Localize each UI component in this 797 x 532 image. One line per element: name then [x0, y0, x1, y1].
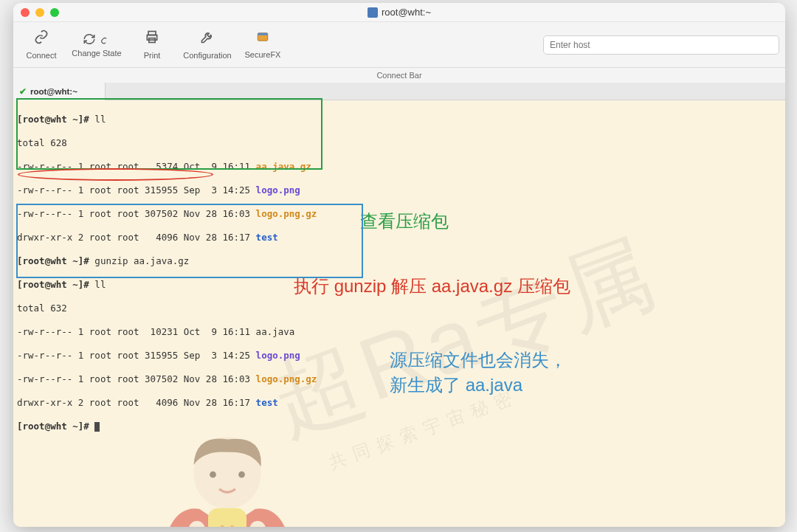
file-logo-png-gz: logo.png.gz	[256, 208, 317, 219]
securefx-label: SecureFX	[245, 50, 281, 59]
file-aa-java-gz: aa.java.gz	[256, 161, 311, 172]
maximize-window-button[interactable]	[50, 8, 59, 17]
print-label: Print	[144, 51, 161, 60]
app-window: root@wht:~ Connect Change State Print	[13, 3, 785, 527]
titlebar: root@wht:~	[13, 3, 785, 22]
file-listing: -rw-r--r-- 1 root root 10231 Oct 9 16:11	[17, 326, 256, 337]
svg-point-6	[210, 471, 216, 478]
securefx-button[interactable]: SecureFX	[241, 22, 285, 67]
command-gunzip: gunzip aa.java.gz	[94, 255, 189, 266]
terminal-area[interactable]: 超Ra专属 共同探索宇宙秘密 H [root@wht ~]# ll total …	[13, 100, 785, 527]
svg-point-7	[238, 471, 245, 478]
minimize-window-button[interactable]	[35, 8, 44, 17]
svg-text:H: H	[219, 520, 235, 527]
file-logo-png: logo.png	[256, 184, 300, 196]
prompt: [root@wht ~]#	[17, 114, 94, 125]
securefx-icon	[256, 30, 269, 47]
configuration-label: Configuration	[183, 51, 231, 60]
svg-rect-4	[258, 33, 268, 35]
svg-point-15	[249, 521, 266, 527]
window-title: root@wht:~	[13, 7, 785, 18]
prompt: [root@wht ~]#	[17, 421, 94, 432]
link-icon	[34, 30, 49, 48]
file-listing: drwxr-xr-x 2 root root 4096 Nov 28 16:17	[17, 397, 256, 408]
tab-label: root@wht:~	[30, 87, 77, 96]
host-input[interactable]	[543, 35, 779, 55]
session-tab[interactable]: ✔ root@wht:~	[13, 83, 106, 100]
check-icon: ✔	[19, 86, 27, 97]
file-listing: drwxr-xr-x 2 root root 4096 Nov 28 16:17	[17, 232, 256, 243]
change-state-button[interactable]: Change State	[63, 22, 130, 67]
prompt: [root@wht ~]#	[17, 255, 94, 266]
print-button[interactable]: Print	[130, 22, 174, 67]
app-icon	[368, 7, 378, 18]
command: ll	[94, 114, 106, 125]
connect-button[interactable]: Connect	[19, 22, 63, 67]
dir-test: test	[256, 397, 278, 408]
printer-icon	[145, 30, 159, 48]
file-logo-png: logo.png	[256, 350, 300, 361]
tools-icon	[200, 30, 215, 48]
connect-bar-label: Connect Bar	[13, 68, 785, 83]
toolbar: Connect Change State Print Configuration	[13, 22, 785, 68]
change-state-label: Change State	[72, 49, 121, 58]
file-logo-png-gz: logo.png.gz	[256, 373, 317, 384]
close-window-button[interactable]	[21, 8, 30, 17]
window-controls	[21, 8, 59, 17]
cursor-icon	[94, 422, 100, 432]
window-title-text: root@wht:~	[382, 7, 431, 18]
scrollbar[interactable]	[774, 198, 785, 527]
file-listing: -rw-r--r-- 1 root root 315955 Sep 3 14:2…	[17, 350, 256, 361]
tab-bar: ✔ root@wht:~	[13, 83, 785, 100]
svg-point-14	[189, 521, 205, 527]
configuration-button[interactable]: Configuration	[174, 22, 241, 67]
file-listing: -rw-r--r-- 1 root root 307502 Nov 28 16:…	[17, 208, 256, 219]
command: ll	[94, 279, 106, 290]
file-listing: -rw-r--r-- 1 root root 307502 Nov 28 16:…	[17, 373, 256, 384]
prompt: [root@wht ~]#	[17, 279, 94, 290]
output-line: total 628	[17, 137, 386, 149]
output-line: total 632	[17, 303, 386, 314]
file-listing: -rw-r--r-- 1 root root 315955 Sep 3 14:2…	[17, 184, 256, 196]
terminal-output: [root@wht ~]# ll total 628 -rw-r--r-- 1 …	[17, 102, 386, 456]
dir-test: test	[256, 232, 278, 243]
svg-rect-8	[208, 508, 246, 527]
connect-label: Connect	[27, 51, 57, 60]
annotation-source-removed: 源压缩文件也会消失，新生成了 aa.java	[390, 348, 567, 398]
file-listing: -rw-r--r-- 1 root root 5374 Oct 9 16:11	[17, 161, 256, 172]
file-aa-java: aa.java	[256, 326, 295, 337]
refresh-icon	[83, 32, 111, 46]
